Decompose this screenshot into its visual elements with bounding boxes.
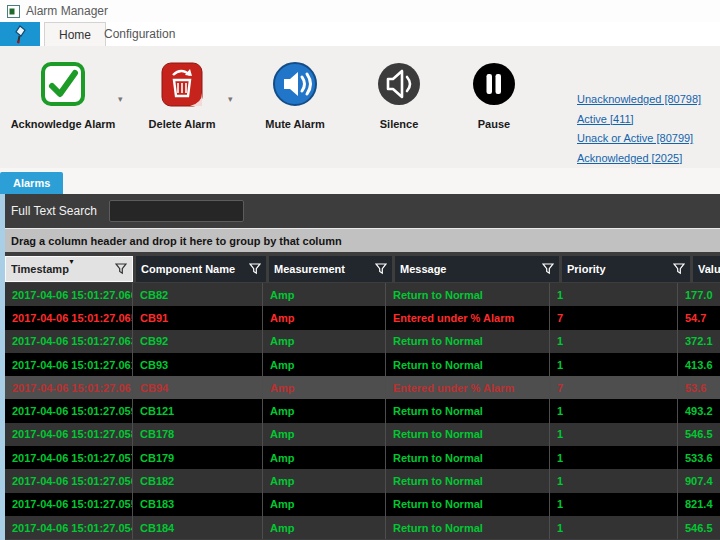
tab-home-label: Home	[59, 28, 91, 42]
mute-speaker-icon	[271, 60, 319, 108]
column-header-message[interactable]: Message	[395, 256, 559, 282]
cell-timestamp: 2017-04-06 15:01:27.055	[5, 493, 133, 516]
table-row[interactable]: 2017-04-06 15:01:27.057 CB179 Amp Return…	[5, 446, 720, 469]
full-text-search-input[interactable]	[109, 200, 244, 222]
cell-priority: 1	[550, 493, 678, 516]
cell-component-name: CB94	[133, 376, 263, 399]
silence-speaker-icon	[375, 60, 423, 108]
tab-alarms[interactable]: Alarms	[0, 172, 63, 194]
cell-value: 177.0	[678, 283, 720, 306]
quick-link[interactable]: Unack or Active [80799]	[577, 129, 701, 149]
quick-link[interactable]: Acknowledged [2025]	[577, 149, 701, 169]
tab-alarms-label: Alarms	[13, 177, 50, 189]
cell-priority: 7	[550, 306, 678, 329]
cell-component-name: CB121	[133, 399, 263, 422]
cell-timestamp: 2017-04-06 15:01:27.066	[5, 283, 133, 306]
cell-measurement: Amp	[263, 306, 386, 329]
filter-funnel-icon[interactable]	[249, 263, 261, 275]
cell-message: Return to Normal	[386, 446, 550, 469]
cell-value: 413.6	[678, 353, 720, 376]
group-by-drop-zone[interactable]: Drag a column header and drop it here to…	[5, 228, 720, 252]
cell-message: Return to Normal	[386, 423, 550, 446]
app-window-icon	[7, 5, 20, 18]
app-menu-pin-icon	[12, 24, 28, 44]
table-row[interactable]: 2017-04-06 15:01:27.063 CB92 Amp Return …	[5, 330, 720, 353]
table-row[interactable]: 2017-04-06 15:01:27.06 CB94 Amp Entered …	[5, 376, 720, 399]
column-header-priority[interactable]: Priority	[562, 256, 690, 282]
cell-component-name: CB183	[133, 493, 263, 516]
cell-measurement: Amp	[263, 399, 386, 422]
ribbon-tab-strip: Home Configuration	[0, 22, 720, 46]
cell-timestamp: 2017-04-06 15:01:27.058	[5, 423, 133, 446]
delete-dropdown-arrow[interactable]: ▾	[228, 94, 233, 104]
cell-timestamp: 2017-04-06 15:01:27.06	[5, 376, 133, 399]
sort-desc-icon: ▼	[68, 258, 75, 265]
alarms-panel: Full Text Search Drag a column header an…	[0, 194, 720, 540]
cell-value: 907.4	[678, 469, 720, 492]
window-title: Alarm Manager	[26, 4, 108, 18]
cell-component-name: CB91	[133, 306, 263, 329]
app-menu-button[interactable]	[0, 22, 40, 46]
pause-label: Pause	[478, 118, 510, 130]
cell-timestamp: 2017-04-06 15:01:27.061	[5, 353, 133, 376]
table-row[interactable]: 2017-04-06 15:01:27.065 CB91 Amp Entered…	[5, 306, 720, 329]
cell-value: 493.2	[678, 399, 720, 422]
cell-message: Entered under % Alarm	[386, 306, 550, 329]
column-header-value[interactable]: Value	[693, 256, 720, 282]
cell-component-name: CB93	[133, 353, 263, 376]
filter-funnel-icon[interactable]	[673, 263, 685, 275]
table-row[interactable]: 2017-04-06 15:01:27.066 CB82 Amp Return …	[5, 283, 720, 306]
cell-value: 54.7	[678, 306, 720, 329]
table-header: Timestamp ▼ Component Name Measurement M…	[5, 256, 720, 282]
cell-priority: 1	[550, 399, 678, 422]
table-row[interactable]: 2017-04-06 15:01:27.061 CB93 Amp Return …	[5, 353, 720, 376]
cell-value: 821.4	[678, 493, 720, 516]
cell-priority: 1	[550, 283, 678, 306]
table-row[interactable]: 2017-04-06 15:01:27.056 CB182 Amp Return…	[5, 469, 720, 492]
quick-link[interactable]: Unacknowledged [80798]	[577, 90, 701, 110]
table-row[interactable]: 2017-04-06 15:01:27.054 CB184 Amp Return…	[5, 516, 720, 539]
cell-measurement: Amp	[263, 493, 386, 516]
cell-component-name: CB184	[133, 516, 263, 539]
cell-measurement: Amp	[263, 376, 386, 399]
filter-funnel-icon[interactable]	[542, 263, 554, 275]
filter-funnel-icon[interactable]	[375, 263, 387, 275]
table-row[interactable]: 2017-04-06 15:01:27.059 CB121 Amp Return…	[5, 399, 720, 422]
cell-measurement: Amp	[263, 353, 386, 376]
pause-button[interactable]: Pause	[470, 60, 518, 130]
column-header-measurement[interactable]: Measurement	[269, 256, 392, 282]
title-bar: Alarm Manager	[0, 0, 720, 22]
delete-alarm-button[interactable]: Delete Alarm	[142, 60, 222, 130]
tab-configuration[interactable]: Configuration	[90, 22, 189, 46]
acknowledge-dropdown-arrow[interactable]: ▾	[118, 94, 123, 104]
column-header-timestamp[interactable]: Timestamp ▼	[5, 256, 133, 282]
pause-icon	[470, 60, 518, 108]
cell-message: Return to Normal	[386, 399, 550, 422]
cell-priority: 7	[550, 376, 678, 399]
cell-measurement: Amp	[263, 516, 386, 539]
cell-measurement: Amp	[263, 423, 386, 446]
cell-message: Return to Normal	[386, 330, 550, 353]
cell-message: Return to Normal	[386, 283, 550, 306]
table-row[interactable]: 2017-04-06 15:01:27.058 CB178 Amp Return…	[5, 423, 720, 446]
silence-button[interactable]: Silence	[375, 60, 423, 130]
tab-configuration-label: Configuration	[104, 27, 175, 41]
quick-link[interactable]: Active [411]	[577, 110, 701, 130]
column-header-component-name[interactable]: Component Name	[136, 256, 266, 282]
cell-measurement: Amp	[263, 446, 386, 469]
cell-component-name: CB182	[133, 469, 263, 492]
table-row[interactable]: 2017-04-06 15:01:27.055 CB183 Amp Return…	[5, 493, 720, 516]
group-by-hint: Drag a column header and drop it here to…	[11, 235, 342, 247]
filter-funnel-icon[interactable]	[115, 263, 127, 275]
cell-component-name: CB92	[133, 330, 263, 353]
cell-timestamp: 2017-04-06 15:01:27.063	[5, 330, 133, 353]
cell-measurement: Amp	[263, 330, 386, 353]
toolbar: Acknowledge Alarm ▾ Delete Alarm ▾ Mute …	[0, 46, 720, 172]
full-text-search-label: Full Text Search	[11, 204, 97, 218]
cell-timestamp: 2017-04-06 15:01:27.065	[5, 306, 133, 329]
silence-label: Silence	[380, 118, 419, 130]
mute-alarm-button[interactable]: Mute Alarm	[258, 60, 332, 130]
acknowledge-alarm-button[interactable]: Acknowledge Alarm	[15, 60, 111, 130]
cell-measurement: Amp	[263, 283, 386, 306]
acknowledge-alarm-label: Acknowledge Alarm	[11, 118, 116, 130]
